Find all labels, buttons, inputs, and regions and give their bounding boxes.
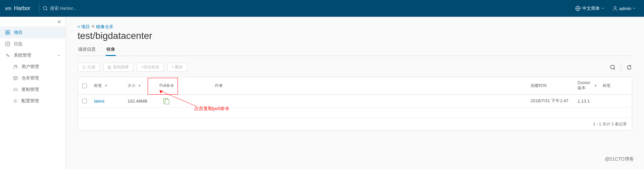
annotation-text: 点击复制pull命令 bbox=[194, 106, 230, 112]
col-created[interactable]: 创建时间 bbox=[528, 79, 575, 92]
refresh-icon[interactable] bbox=[626, 64, 632, 70]
sidebar-item-label: 配置管理 bbox=[21, 98, 39, 104]
col-pull[interactable]: Pull命令 bbox=[157, 79, 212, 92]
user-icon bbox=[612, 6, 618, 11]
breadcrumb-separator: < bbox=[92, 23, 96, 29]
sidebar-item-users[interactable]: 用户管理 bbox=[0, 61, 65, 72]
svg-point-0 bbox=[43, 6, 47, 10]
logo-prefix: vm bbox=[5, 6, 11, 11]
cell-created: 2018/7/31 下午1:47 bbox=[528, 95, 575, 107]
sidebar-item-label: 系统管理 bbox=[14, 52, 31, 58]
cloud-icon bbox=[13, 87, 18, 92]
system-icon bbox=[5, 53, 10, 58]
cell-docker: 1.13.1 bbox=[575, 95, 600, 107]
sidebar-item-label: 项目 bbox=[14, 30, 22, 36]
logo-name: Harbor bbox=[14, 5, 31, 11]
sidebar-item-system[interactable]: 系统管理 bbox=[0, 50, 65, 61]
add-label-button[interactable]: +添加标签 bbox=[137, 63, 164, 72]
search-box[interactable]: 搜索 Harbor... bbox=[43, 5, 77, 11]
delete-button[interactable]: × 删除 bbox=[167, 63, 187, 72]
breadcrumb: < 项目 < 镜像仓库 bbox=[78, 23, 632, 30]
svg-rect-20 bbox=[109, 67, 111, 69]
svg-rect-6 bbox=[6, 31, 7, 32]
svg-point-5 bbox=[614, 6, 616, 8]
cell-labels bbox=[600, 98, 632, 104]
copy-icon bbox=[107, 65, 111, 69]
sidebar-item-label: 日志 bbox=[14, 41, 22, 47]
svg-line-1 bbox=[46, 9, 47, 10]
tabs: 描述信息 镜像 bbox=[78, 46, 632, 56]
language-selector[interactable]: 中文简体 bbox=[575, 5, 604, 11]
chevron-down-icon bbox=[633, 7, 636, 10]
cell-size: 102.48MB bbox=[125, 95, 157, 107]
tab-info[interactable]: 描述信息 bbox=[78, 46, 96, 56]
breadcrumb-current[interactable]: 镜像仓库 bbox=[96, 24, 113, 29]
svg-point-17 bbox=[16, 65, 17, 66]
shield-check-icon bbox=[82, 65, 86, 69]
filter-icon: ▼ bbox=[138, 84, 141, 88]
filter-icon: ▼ bbox=[594, 84, 597, 88]
svg-rect-9 bbox=[8, 33, 10, 35]
svg-line-22 bbox=[614, 68, 615, 69]
logs-icon bbox=[5, 41, 10, 47]
table-row: latest 102.48MB 2018/7/31 下午1:47 1.13.1 bbox=[78, 95, 632, 108]
svg-rect-7 bbox=[8, 31, 10, 32]
col-tag[interactable]: 标签▼ bbox=[91, 79, 125, 92]
svg-point-21 bbox=[610, 65, 614, 69]
svg-rect-8 bbox=[6, 33, 7, 35]
sidebar-item-config[interactable]: 配置管理 bbox=[0, 95, 65, 107]
sidebar-item-logs[interactable]: 日志 bbox=[0, 38, 65, 50]
top-header: vm Harbor 搜索 Harbor... 中文简体 admin bbox=[0, 0, 644, 17]
svg-rect-10 bbox=[6, 42, 10, 46]
data-grid: 标签▼ 大小▼ Pull命令 作者 创建时间 Docker版本▼ 标签 late… bbox=[78, 77, 632, 131]
gear-icon bbox=[13, 98, 18, 104]
watermark: @51CTO博客 bbox=[605, 156, 634, 162]
svg-rect-19 bbox=[108, 66, 110, 68]
projects-icon bbox=[5, 30, 10, 35]
sidebar: 项目 日志 系统管理 用户管理 仓库管理 复制管理 配置管理 bbox=[0, 17, 66, 169]
chevron-down-icon bbox=[601, 7, 604, 10]
sidebar-item-label: 用户管理 bbox=[21, 64, 39, 70]
search-icon bbox=[43, 6, 48, 11]
globe-icon bbox=[575, 6, 581, 11]
sidebar-collapse-button[interactable] bbox=[0, 17, 65, 27]
col-size[interactable]: 大小▼ bbox=[125, 79, 157, 92]
header-right: 中文简体 admin bbox=[575, 5, 644, 11]
col-labels[interactable]: 标签 bbox=[600, 79, 632, 92]
header-divider bbox=[39, 4, 39, 13]
scan-button[interactable]: 扫描 bbox=[78, 63, 100, 72]
sidebar-item-label: 仓库管理 bbox=[21, 75, 39, 81]
logo[interactable]: vm Harbor bbox=[0, 5, 36, 11]
filter-icon: ▼ bbox=[104, 84, 108, 88]
grid-footer: 1 - 1 共计 1 条记录 bbox=[78, 118, 632, 130]
breadcrumb-back[interactable]: < 项目 bbox=[78, 24, 90, 29]
tag-link[interactable]: latest bbox=[94, 99, 104, 104]
language-label: 中文简体 bbox=[582, 5, 600, 11]
chevron-down-icon bbox=[57, 54, 60, 57]
svg-point-18 bbox=[15, 100, 16, 102]
grid-header: 标签▼ 大小▼ Pull命令 作者 创建时间 Docker版本▼ 标签 bbox=[78, 77, 632, 95]
cube-icon bbox=[13, 75, 18, 81]
users-icon bbox=[13, 64, 18, 69]
tab-images[interactable]: 镜像 bbox=[106, 46, 116, 56]
col-docker[interactable]: Docker版本▼ bbox=[575, 77, 600, 94]
col-author[interactable]: 作者 bbox=[212, 79, 528, 92]
copy-pull-command-icon[interactable] bbox=[163, 98, 169, 104]
user-label: admin bbox=[620, 6, 631, 11]
select-all-checkbox[interactable] bbox=[82, 83, 87, 88]
sidebar-item-repos[interactable]: 仓库管理 bbox=[0, 72, 65, 84]
copy-summary-button[interactable]: 复制摘要 bbox=[103, 63, 133, 72]
cell-author bbox=[212, 98, 528, 104]
sidebar-item-projects[interactable]: 项目 bbox=[0, 27, 65, 38]
page-title: test/bigdatacenter bbox=[78, 31, 632, 41]
main-content: < 项目 < 镜像仓库 test/bigdatacenter 描述信息 镜像 扫… bbox=[66, 17, 644, 169]
search-icon[interactable] bbox=[610, 64, 616, 70]
search-placeholder: 搜索 Harbor... bbox=[50, 5, 77, 11]
toolbar-divider bbox=[621, 64, 621, 71]
user-menu[interactable]: admin bbox=[612, 6, 636, 11]
sidebar-item-label: 复制管理 bbox=[21, 87, 39, 93]
svg-point-16 bbox=[14, 65, 15, 66]
sidebar-item-replication[interactable]: 复制管理 bbox=[0, 84, 65, 95]
row-checkbox[interactable] bbox=[82, 99, 87, 103]
svg-line-15 bbox=[7, 55, 8, 56]
